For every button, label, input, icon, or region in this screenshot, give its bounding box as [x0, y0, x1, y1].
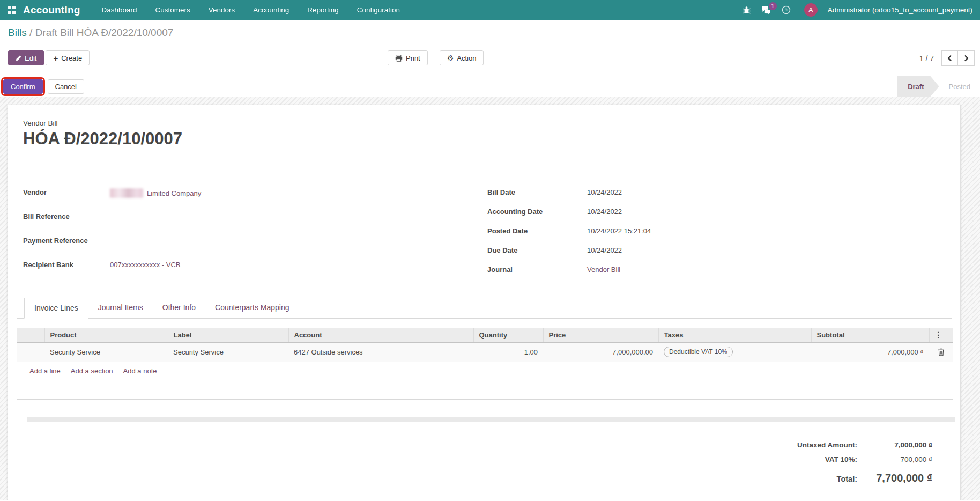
total-label: Total:	[837, 475, 857, 483]
main-menu: Dashboard Customers Vendors Accounting R…	[102, 6, 400, 14]
vendor-link[interactable]: Limited Company	[147, 189, 201, 197]
menu-dashboard[interactable]: Dashboard	[102, 6, 137, 14]
add-a-note-link[interactable]: Add a note	[123, 367, 157, 375]
menu-reporting[interactable]: Reporting	[307, 6, 339, 14]
vat-value: 700,000 ₫	[857, 455, 932, 463]
bill-reference-label: Bill Reference	[23, 208, 105, 232]
field-group-right: Bill Date 10/24/2022 Accounting Date 10/…	[487, 184, 945, 281]
breadcrumb: Bills / Draft Bill HÓA Đ/2022/10/0007	[0, 20, 980, 39]
user-menu[interactable]: A	[801, 3, 818, 17]
pencil-icon	[16, 55, 21, 61]
chevron-left-icon	[947, 55, 952, 62]
create-button[interactable]: + Create	[46, 50, 90, 65]
section-divider	[27, 417, 955, 422]
pager-previous-button[interactable]	[941, 50, 958, 66]
optional-columns-icon[interactable]: ⋮	[929, 328, 953, 342]
gear-icon: ⚙	[447, 54, 454, 62]
breadcrumb-bills-link[interactable]: Bills	[8, 27, 27, 38]
apps-menu-icon[interactable]	[8, 6, 16, 14]
header-label[interactable]: Label	[168, 328, 288, 342]
pager-counter[interactable]: 1 / 7	[919, 54, 934, 63]
app-title[interactable]: Accounting	[23, 4, 80, 16]
field-group-left: Vendor Limited Company Bill Reference Pa…	[23, 184, 478, 281]
cell-account: 6427 Outside services	[288, 342, 473, 362]
document-type-label: Vendor Bill	[23, 119, 952, 127]
bill-number-title: HÓA Đ/2022/10/0007	[23, 129, 952, 149]
header-price[interactable]: Price	[543, 328, 658, 342]
header-subtotal[interactable]: Subtotal	[811, 328, 929, 342]
posted-date-label: Posted Date	[487, 223, 582, 242]
action-button[interactable]: ⚙ Action	[440, 50, 484, 65]
posted-date-value: 10/24/2022 15:21:04	[582, 223, 945, 242]
pager-next-button[interactable]	[958, 50, 975, 66]
vendor-bill-sheet: Vendor Bill HÓA Đ/2022/10/0007 Vendor Li…	[8, 105, 961, 500]
cell-product: Security Service	[44, 342, 168, 362]
cell-subtotal: 7,000,000 ₫	[811, 342, 929, 362]
notebook: Invoice Lines Journal Items Other Info C…	[17, 298, 952, 400]
debug-bug-icon[interactable]	[742, 6, 751, 14]
print-button[interactable]: Print	[388, 50, 428, 65]
tax-badge: Deductible VAT 10%	[664, 347, 733, 357]
form-view-background: Vendor Bill HÓA Đ/2022/10/0007 Vendor Li…	[0, 97, 980, 500]
recipient-bank-link[interactable]: 007xxxxxxxxxxx - VCB	[110, 261, 180, 269]
cell-quantity: 1.00	[473, 342, 543, 362]
tab-counterparts-mapping[interactable]: Counterparts Mapping	[205, 298, 299, 319]
activities-clock-icon[interactable]	[782, 5, 791, 14]
avatar[interactable]: A	[804, 3, 818, 17]
user-name[interactable]: Administrator (odoo15_to_account_payment…	[828, 6, 972, 14]
confirm-button[interactable]: Confirm	[3, 79, 43, 94]
empty-filler-row	[17, 380, 953, 399]
state-posted[interactable]: Posted	[939, 76, 980, 97]
cell-label: Security Service	[168, 342, 288, 362]
totals-block: Untaxed Amount: 7,000,000 ₫ VAT 10%: 700…	[17, 441, 932, 488]
chevron-right-icon	[964, 55, 969, 62]
add-a-line-link[interactable]: Add a line	[29, 367, 61, 375]
tab-other-info[interactable]: Other Info	[153, 298, 205, 319]
odoo-accounting-window: Accounting Dashboard Customers Vendors A…	[0, 0, 980, 501]
vat-label: VAT 10%:	[825, 455, 857, 463]
tab-invoice-lines[interactable]: Invoice Lines	[24, 298, 88, 319]
untaxed-amount-label: Untaxed Amount:	[797, 441, 857, 449]
payment-reference-value	[105, 232, 478, 256]
journal-link[interactable]: Vendor Bill	[587, 266, 620, 274]
control-panel-buttons: Edit + Create Print	[0, 50, 980, 65]
menu-configuration[interactable]: Configuration	[357, 6, 400, 14]
messages-icon[interactable]: 1	[761, 6, 771, 14]
edit-button[interactable]: Edit	[8, 50, 44, 65]
navbar-right: 1 A Administrator (odoo15_to_account_pay…	[742, 3, 972, 17]
menu-customers[interactable]: Customers	[155, 6, 190, 14]
trash-icon	[938, 348, 945, 356]
bill-date-label: Bill Date	[487, 184, 582, 203]
header-account[interactable]: Account	[288, 328, 473, 342]
recipient-bank-label: Recipient Bank	[23, 256, 105, 281]
invoice-lines-table: Product Label Account Quantity Price Tax…	[17, 328, 953, 400]
accounting-date-label: Accounting Date	[487, 203, 582, 223]
add-a-section-link[interactable]: Add a section	[71, 367, 113, 375]
untaxed-amount-row: Untaxed Amount: 7,000,000 ₫	[797, 441, 932, 455]
state-draft[interactable]: Draft	[897, 76, 939, 97]
menu-accounting[interactable]: Accounting	[253, 6, 289, 14]
vendor-value: Limited Company	[105, 184, 478, 208]
redacted-vendor-name	[110, 188, 143, 198]
menu-vendors[interactable]: Vendors	[209, 6, 235, 14]
status-widget: Draft Posted	[897, 76, 980, 97]
header-product[interactable]: Product	[44, 328, 168, 342]
breadcrumb-separator: /	[27, 27, 35, 38]
total-row: Total: 7,700,000 ₫	[837, 470, 932, 488]
messages-badge: 1	[769, 2, 777, 10]
delete-line-button[interactable]	[929, 342, 953, 362]
header-handle	[17, 328, 44, 342]
cancel-button[interactable]: Cancel	[48, 79, 84, 94]
tab-bar: Invoice Lines Journal Items Other Info C…	[17, 298, 952, 319]
header-taxes[interactable]: Taxes	[658, 328, 811, 342]
header-quantity[interactable]: Quantity	[473, 328, 543, 342]
tab-journal-items[interactable]: Journal Items	[88, 298, 153, 319]
field-groups: Vendor Limited Company Bill Reference Pa…	[23, 184, 945, 281]
control-panel: Bills / Draft Bill HÓA Đ/2022/10/0007 Ed…	[0, 20, 980, 76]
vat-row: VAT 10%: 700,000 ₫	[825, 455, 932, 470]
breadcrumb-current: Draft Bill HÓA Đ/2022/10/0007	[35, 27, 174, 38]
journal-label: Journal	[487, 261, 582, 281]
table-header-row: Product Label Account Quantity Price Tax…	[17, 328, 953, 342]
invoice-line-row[interactable]: Security Service Security Service 6427 O…	[17, 342, 953, 362]
cell-taxes: Deductible VAT 10%	[658, 342, 811, 362]
